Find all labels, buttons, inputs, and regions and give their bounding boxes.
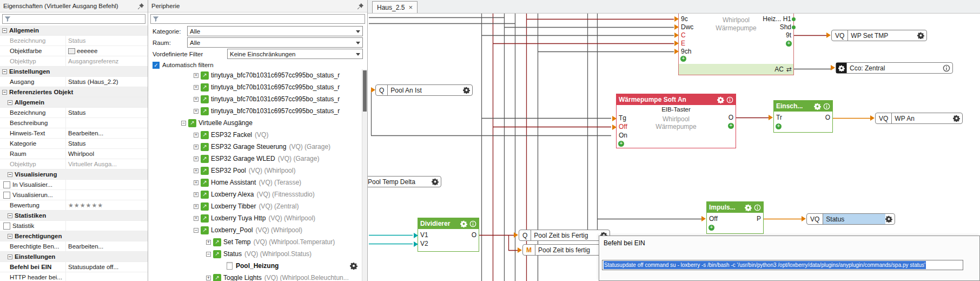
tree-item-loxberry-tibber[interactable]: +↗Loxberry Tibber(VQ) (Zentral): [148, 200, 362, 212]
add-output-icon[interactable]: +: [786, 41, 792, 47]
property-row-beschreibung[interactable]: Beschreibung: [0, 118, 148, 128]
expand-icon[interactable]: +: [194, 180, 198, 185]
property-row-hinweis-text[interactable]: Hinweis-TextBearbeiten...: [0, 128, 148, 139]
property-row-bezeichnung[interactable]: BezeichnungStatus: [0, 108, 148, 118]
property-value[interactable]: Virtueller Ausga...: [66, 159, 148, 169]
collapse-icon[interactable]: −: [194, 228, 198, 233]
gear-icon[interactable]: [953, 115, 960, 122]
property-row-befehl-bei-ein[interactable]: Befehl bei EINStatusupdate off...: [0, 262, 148, 272]
tree-item-esp32-garage-wled[interactable]: +↗ESP32 Garage WLED(VQ) (Garage): [148, 153, 362, 165]
property-row-statistik[interactable]: Statistik: [0, 221, 148, 231]
auto-filter-row[interactable]: ✓ Automatisch filtern: [148, 60, 367, 70]
info-icon[interactable]: [754, 204, 761, 211]
expand-icon[interactable]: +: [206, 240, 211, 245]
add-input-icon[interactable]: +: [680, 56, 686, 62]
pin-icon[interactable]: [357, 3, 364, 10]
block-einschaltverzoegerung[interactable]: Einsch... Tr O +: [773, 100, 833, 133]
info-icon[interactable]: [469, 220, 476, 227]
input-e[interactable]: E: [681, 40, 685, 47]
expand-icon[interactable]: +: [194, 97, 198, 102]
expand-icon[interactable]: +: [194, 109, 198, 114]
output-dot[interactable]: [792, 25, 796, 29]
property-section-allgemein[interactable]: −Allgemein: [0, 25, 148, 36]
property-row-ausgang[interactable]: AusgangStatus (Haus_2.2): [0, 77, 148, 87]
output-dot[interactable]: [792, 17, 796, 21]
expand-icon[interactable]: +: [206, 276, 211, 280]
expand-icon[interactable]: +: [194, 145, 198, 149]
input-tg[interactable]: Tg: [619, 115, 626, 122]
property-value[interactable]: eeeeee: [66, 46, 148, 56]
gear-icon[interactable]: [460, 220, 467, 227]
output-p[interactable]: P: [757, 215, 761, 223]
property-value[interactable]: [66, 190, 148, 200]
input-9c[interactable]: 9c: [681, 16, 688, 23]
collapse-icon[interactable]: −: [2, 28, 7, 33]
block-impuls[interactable]: Impuls... Off P +: [706, 201, 764, 234]
gear-icon[interactable]: [885, 215, 892, 223]
gear-icon[interactable]: [745, 204, 752, 211]
property-section-statistiken[interactable]: −Statistiken: [0, 211, 148, 221]
collapse-icon[interactable]: −: [8, 213, 12, 218]
add-output-icon[interactable]: +: [728, 123, 734, 129]
gear-icon[interactable]: [432, 178, 439, 185]
input-v2[interactable]: V2: [420, 240, 428, 247]
block-header[interactable]: Wärmepumpe Soft An: [617, 94, 736, 105]
collapse-icon[interactable]: −: [2, 90, 7, 95]
raum-select[interactable]: Alle: [187, 37, 363, 48]
vordefinierte-filter-select[interactable]: Keine Einschränkungen: [227, 49, 363, 59]
block-pool-temp-delta[interactable]: Pool Temp Delta: [368, 176, 441, 187]
gear-icon[interactable]: [836, 63, 847, 73]
tree-item-status[interactable]: −↗Status(VQ) (Whirlpool.Status): [148, 248, 362, 260]
gear-icon[interactable]: [463, 87, 470, 94]
tree-item-tinytuya-bfc70b1031c6957cc995bo-status-r[interactable]: +↗tinytuya_bfc70b1031c6957cc995bo_status…: [148, 81, 362, 93]
input-c[interactable]: C: [681, 32, 686, 39]
input-on[interactable]: On: [619, 132, 627, 139]
property-row-http-header-bei[interactable]: HTTP header bei...: [0, 272, 148, 281]
add-input-icon[interactable]: +: [776, 123, 782, 129]
collapse-icon[interactable]: −: [8, 172, 12, 177]
property-value[interactable]: Ausgangsreferenz: [66, 56, 148, 66]
property-section-einstellungen[interactable]: −Einstellungen: [0, 67, 148, 77]
tree-item-esp32-garage-steuerung[interactable]: +↗ESP32 Garage Steuerung(VQ) (Garage): [148, 141, 362, 153]
color-swatch[interactable]: [68, 48, 75, 54]
property-row-visualisierun[interactable]: Visualisierun...: [0, 190, 148, 200]
tree-item-tinytuya-bfc70b1031c6957cc995bo-status-r[interactable]: +↗tinytuya_bfc70b1031c6957cc995bo_status…: [148, 69, 362, 81]
collapse-icon[interactable]: −: [8, 100, 12, 105]
block-dividierer[interactable]: Dividierer V1 V2 O: [418, 218, 479, 252]
collapse-icon[interactable]: −: [206, 252, 211, 257]
property-value[interactable]: Statusupdate off...: [66, 262, 148, 272]
property-value[interactable]: Status: [66, 108, 148, 117]
property-row-kategorie[interactable]: KategorieStatus: [0, 139, 148, 149]
property-row-bewertung[interactable]: Bewertung★★★★★★: [0, 200, 148, 211]
tree-item-loxberry-pool[interactable]: −↗Loxberry_Pool(VQ) (Whirlpool): [148, 224, 362, 236]
property-section-berechtigungen[interactable]: −Berechtigungen: [0, 231, 148, 241]
tree-item-esp32-fackel[interactable]: +↗ESP32 Fackel(VQ): [148, 129, 362, 141]
property-section-referenziertes-objekt[interactable]: −Referenziertes Objekt: [0, 87, 148, 97]
property-value[interactable]: Status (Haus_2.2): [66, 77, 148, 87]
property-value[interactable]: [66, 180, 148, 189]
diagram-canvas[interactable]: 9c Dwc C E 9ch Whirlpool Wärmepumpe Heiz…: [368, 14, 980, 281]
block-vq-status[interactable]: VQ Status: [806, 213, 895, 225]
input-dwc[interactable]: Dwc: [681, 24, 693, 31]
property-value[interactable]: Whirlpool: [66, 149, 148, 159]
tree-item-virtuelle-ausgänge[interactable]: −↗Virtuelle Ausgänge: [148, 117, 362, 129]
property-value[interactable]: Bearbeiten...: [66, 128, 148, 138]
checkbox[interactable]: [3, 223, 10, 230]
properties-filter-box[interactable]: [2, 14, 145, 24]
tree-item-esp32-pool[interactable]: +↗ESP32 Pool(VQ) (Whirlpool): [148, 165, 362, 177]
output-shd[interactable]: Shd: [780, 24, 791, 31]
block-cco-zentral[interactable]: Cco: Zentral: [836, 62, 953, 74]
kategorie-select[interactable]: Alle: [187, 26, 363, 36]
input-v1[interactable]: V1: [420, 232, 428, 239]
block-vq-wp-set-tmp[interactable]: VQ WP Set TMP: [831, 30, 927, 41]
add-input-icon[interactable]: +: [618, 141, 624, 147]
property-row-berechtigte-ben[interactable]: Berechtigte Ben...Bearbeiten...: [0, 241, 148, 252]
property-row-raum[interactable]: RaumWhirlpool: [0, 149, 148, 159]
property-section-allgemein[interactable]: −Allgemein: [0, 97, 148, 108]
scrollbar-thumb[interactable]: [363, 70, 367, 112]
property-value[interactable]: Bearbeiten...: [66, 241, 148, 251]
add-input-icon[interactable]: +: [708, 225, 714, 231]
property-value[interactable]: [66, 221, 148, 231]
property-row-in-visualisier[interactable]: In Visualisier...: [0, 180, 148, 190]
property-section-einstellungen[interactable]: −Einstellungen: [0, 252, 148, 262]
